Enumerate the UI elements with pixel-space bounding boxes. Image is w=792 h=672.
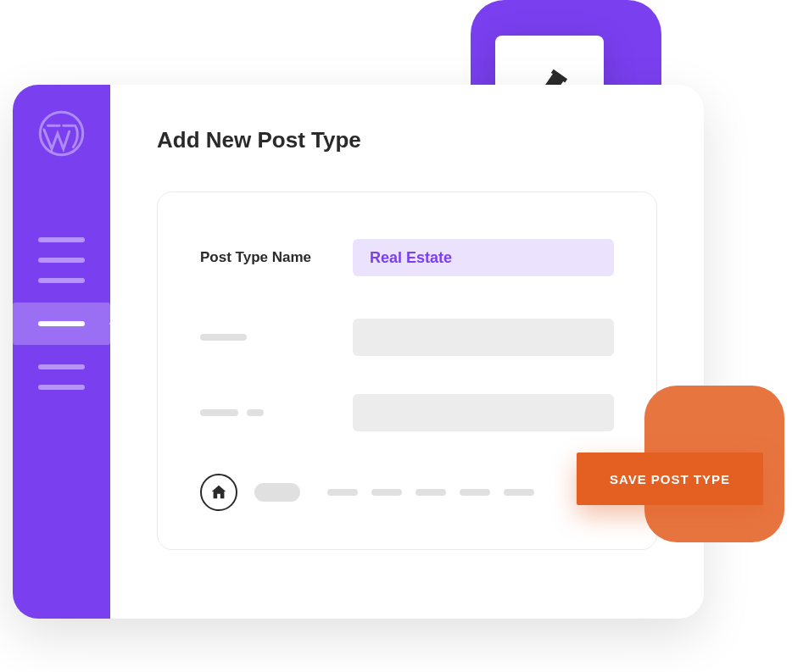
wordpress-logo-icon [38,110,85,157]
sidebar-item-active[interactable] [13,303,110,345]
sidebar [13,85,110,619]
sidebar-item[interactable] [38,385,85,390]
skeleton-pill [254,483,300,502]
sidebar-item[interactable] [38,278,85,283]
skeleton-label [200,409,323,416]
skeleton-label [200,334,323,341]
save-post-type-button[interactable]: SAVE POST TYPE [577,453,763,505]
field-label: Post Type Name [200,249,323,266]
sidebar-item[interactable] [38,237,85,242]
form-row-skeleton [200,394,614,431]
form-row-post-type-name: Post Type Name Real Estate [200,239,614,276]
form-row-skeleton [200,319,614,356]
post-type-name-input[interactable]: Real Estate [353,239,614,276]
skeleton-input[interactable] [353,319,614,356]
admin-panel: Add New Post Type Post Type Name Real Es… [13,85,704,619]
sidebar-menu [13,237,110,390]
skeleton-input[interactable] [353,394,614,431]
main-content: Add New Post Type Post Type Name Real Es… [110,85,704,619]
icon-picker-row [200,474,614,511]
skeleton-dots [327,489,534,496]
page-title: Add New Post Type [157,127,657,153]
sidebar-item[interactable] [38,364,85,369]
home-icon[interactable] [200,474,237,511]
sidebar-item[interactable] [38,258,85,263]
